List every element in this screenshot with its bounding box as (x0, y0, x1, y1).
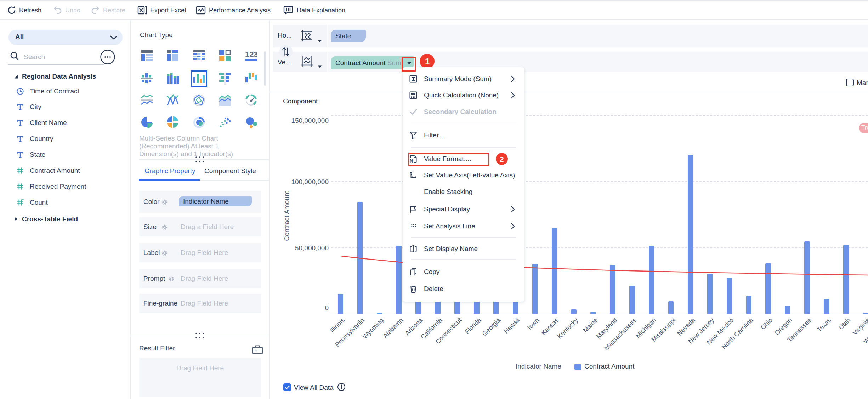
svg-text:*: * (22, 199, 24, 203)
svg-text:123: 123 (245, 50, 257, 59)
